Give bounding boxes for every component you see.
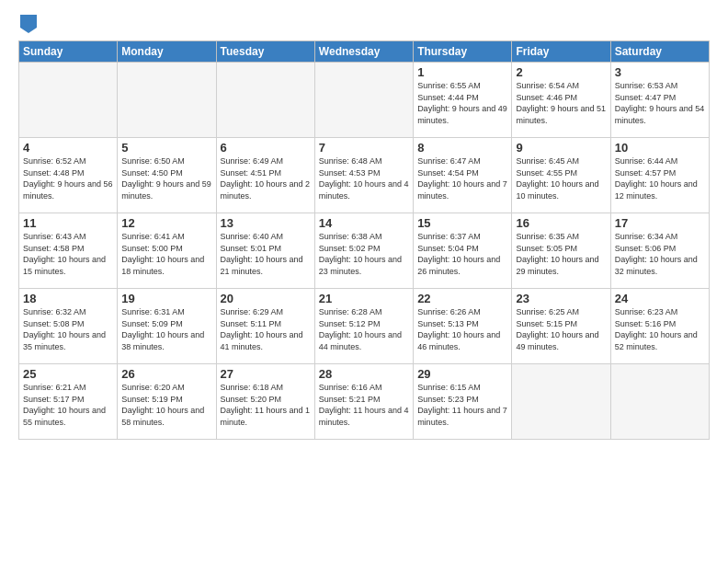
day-number: 23 bbox=[516, 292, 606, 305]
day-info: Sunrise: 6:35 AM Sunset: 5:05 PM Dayligh… bbox=[516, 231, 606, 277]
day-number: 13 bbox=[221, 216, 311, 230]
calendar: SundayMondayTuesdayWednesdayThursdayFrid… bbox=[18, 40, 710, 440]
day-number: 4 bbox=[23, 141, 113, 155]
calendar-cell: 15Sunrise: 6:37 AM Sunset: 5:04 PM Dayli… bbox=[414, 213, 512, 289]
calendar-cell: 17Sunrise: 6:34 AM Sunset: 5:06 PM Dayli… bbox=[610, 213, 709, 289]
calendar-cell bbox=[610, 364, 709, 440]
page: SundayMondayTuesdayWednesdayThursdayFrid… bbox=[0, 0, 728, 563]
calendar-cell: 26Sunrise: 6:20 AM Sunset: 5:19 PM Dayli… bbox=[118, 364, 216, 440]
day-info: Sunrise: 6:41 AM Sunset: 5:00 PM Dayligh… bbox=[121, 231, 211, 277]
calendar-week-row: 18Sunrise: 6:32 AM Sunset: 5:08 PM Dayli… bbox=[19, 289, 710, 364]
day-info: Sunrise: 6:47 AM Sunset: 4:54 PM Dayligh… bbox=[417, 155, 507, 201]
day-info: Sunrise: 6:37 AM Sunset: 5:04 PM Dayligh… bbox=[417, 231, 507, 277]
day-number: 27 bbox=[221, 367, 311, 381]
calendar-week-row: 11Sunrise: 6:43 AM Sunset: 4:58 PM Dayli… bbox=[19, 213, 710, 289]
calendar-cell: 18Sunrise: 6:32 AM Sunset: 5:08 PM Dayli… bbox=[19, 289, 118, 364]
day-info: Sunrise: 6:52 AM Sunset: 4:48 PM Dayligh… bbox=[23, 155, 113, 201]
day-info: Sunrise: 6:20 AM Sunset: 5:19 PM Dayligh… bbox=[121, 382, 211, 428]
day-number: 9 bbox=[516, 141, 606, 155]
day-number: 2 bbox=[516, 65, 606, 79]
day-number: 14 bbox=[319, 216, 409, 230]
calendar-cell: 24Sunrise: 6:23 AM Sunset: 5:16 PM Dayli… bbox=[610, 289, 709, 364]
calendar-week-row: 4Sunrise: 6:52 AM Sunset: 4:48 PM Daylig… bbox=[19, 138, 710, 213]
day-info: Sunrise: 6:26 AM Sunset: 5:13 PM Dayligh… bbox=[417, 306, 507, 352]
day-number: 3 bbox=[615, 65, 705, 79]
calendar-cell bbox=[118, 63, 216, 138]
day-number: 10 bbox=[615, 141, 705, 155]
day-number: 18 bbox=[23, 292, 113, 305]
header bbox=[18, 15, 710, 33]
calendar-cell: 23Sunrise: 6:25 AM Sunset: 5:15 PM Dayli… bbox=[512, 289, 610, 364]
calendar-cell: 4Sunrise: 6:52 AM Sunset: 4:48 PM Daylig… bbox=[19, 138, 118, 213]
weekday-header: Thursday bbox=[414, 41, 512, 63]
svg-marker-0 bbox=[20, 15, 37, 33]
calendar-cell: 12Sunrise: 6:41 AM Sunset: 5:00 PM Dayli… bbox=[118, 213, 216, 289]
day-info: Sunrise: 6:53 AM Sunset: 4:47 PM Dayligh… bbox=[615, 80, 705, 126]
calendar-cell bbox=[512, 364, 610, 440]
day-number: 28 bbox=[319, 367, 409, 381]
day-info: Sunrise: 6:25 AM Sunset: 5:15 PM Dayligh… bbox=[516, 306, 606, 352]
calendar-cell: 10Sunrise: 6:44 AM Sunset: 4:57 PM Dayli… bbox=[610, 138, 709, 213]
day-info: Sunrise: 6:50 AM Sunset: 4:50 PM Dayligh… bbox=[121, 155, 211, 201]
day-number: 20 bbox=[221, 292, 311, 305]
day-info: Sunrise: 6:38 AM Sunset: 5:02 PM Dayligh… bbox=[319, 231, 409, 277]
day-info: Sunrise: 6:43 AM Sunset: 4:58 PM Dayligh… bbox=[23, 231, 113, 277]
calendar-cell: 16Sunrise: 6:35 AM Sunset: 5:05 PM Dayli… bbox=[512, 213, 610, 289]
day-info: Sunrise: 6:49 AM Sunset: 4:51 PM Dayligh… bbox=[221, 155, 311, 201]
calendar-cell: 13Sunrise: 6:40 AM Sunset: 5:01 PM Dayli… bbox=[216, 213, 314, 289]
calendar-cell bbox=[216, 63, 314, 138]
day-number: 21 bbox=[319, 292, 409, 305]
calendar-cell bbox=[19, 63, 118, 138]
calendar-week-row: 1Sunrise: 6:55 AM Sunset: 4:44 PM Daylig… bbox=[19, 63, 710, 138]
logo bbox=[18, 15, 39, 33]
day-info: Sunrise: 6:54 AM Sunset: 4:46 PM Dayligh… bbox=[516, 80, 606, 126]
day-info: Sunrise: 6:16 AM Sunset: 5:21 PM Dayligh… bbox=[319, 382, 409, 428]
calendar-cell: 2Sunrise: 6:54 AM Sunset: 4:46 PM Daylig… bbox=[512, 63, 610, 138]
calendar-cell: 21Sunrise: 6:28 AM Sunset: 5:12 PM Dayli… bbox=[314, 289, 413, 364]
day-info: Sunrise: 6:45 AM Sunset: 4:55 PM Dayligh… bbox=[516, 155, 606, 201]
day-number: 15 bbox=[417, 216, 507, 230]
calendar-cell: 3Sunrise: 6:53 AM Sunset: 4:47 PM Daylig… bbox=[610, 63, 709, 138]
day-info: Sunrise: 6:31 AM Sunset: 5:09 PM Dayligh… bbox=[121, 306, 211, 352]
calendar-week-row: 25Sunrise: 6:21 AM Sunset: 5:17 PM Dayli… bbox=[19, 364, 710, 440]
calendar-cell: 9Sunrise: 6:45 AM Sunset: 4:55 PM Daylig… bbox=[512, 138, 610, 213]
calendar-cell: 28Sunrise: 6:16 AM Sunset: 5:21 PM Dayli… bbox=[314, 364, 413, 440]
weekday-header: Saturday bbox=[610, 41, 709, 63]
day-number: 25 bbox=[23, 367, 113, 381]
day-info: Sunrise: 6:40 AM Sunset: 5:01 PM Dayligh… bbox=[221, 231, 311, 277]
calendar-header-row: SundayMondayTuesdayWednesdayThursdayFrid… bbox=[19, 41, 710, 63]
day-number: 19 bbox=[121, 292, 211, 305]
day-number: 16 bbox=[516, 216, 606, 230]
day-info: Sunrise: 6:34 AM Sunset: 5:06 PM Dayligh… bbox=[615, 231, 705, 277]
calendar-cell: 5Sunrise: 6:50 AM Sunset: 4:50 PM Daylig… bbox=[118, 138, 216, 213]
calendar-cell: 11Sunrise: 6:43 AM Sunset: 4:58 PM Dayli… bbox=[19, 213, 118, 289]
calendar-cell: 1Sunrise: 6:55 AM Sunset: 4:44 PM Daylig… bbox=[414, 63, 512, 138]
day-number: 12 bbox=[121, 216, 211, 230]
day-number: 17 bbox=[615, 216, 705, 230]
day-number: 24 bbox=[615, 292, 705, 305]
day-number: 7 bbox=[319, 141, 409, 155]
day-number: 5 bbox=[121, 141, 211, 155]
day-info: Sunrise: 6:32 AM Sunset: 5:08 PM Dayligh… bbox=[23, 306, 113, 352]
day-info: Sunrise: 6:15 AM Sunset: 5:23 PM Dayligh… bbox=[417, 382, 507, 428]
calendar-cell: 7Sunrise: 6:48 AM Sunset: 4:53 PM Daylig… bbox=[314, 138, 413, 213]
day-info: Sunrise: 6:48 AM Sunset: 4:53 PM Dayligh… bbox=[319, 155, 409, 201]
day-number: 8 bbox=[417, 141, 507, 155]
calendar-cell bbox=[314, 63, 413, 138]
weekday-header: Monday bbox=[118, 41, 216, 63]
weekday-header: Sunday bbox=[19, 41, 118, 63]
calendar-cell: 8Sunrise: 6:47 AM Sunset: 4:54 PM Daylig… bbox=[414, 138, 512, 213]
day-number: 22 bbox=[417, 292, 507, 305]
calendar-cell: 19Sunrise: 6:31 AM Sunset: 5:09 PM Dayli… bbox=[118, 289, 216, 364]
day-number: 1 bbox=[417, 65, 507, 79]
day-number: 6 bbox=[221, 141, 311, 155]
weekday-header: Tuesday bbox=[216, 41, 314, 63]
day-info: Sunrise: 6:21 AM Sunset: 5:17 PM Dayligh… bbox=[23, 382, 113, 428]
weekday-header: Wednesday bbox=[314, 41, 413, 63]
calendar-cell: 27Sunrise: 6:18 AM Sunset: 5:20 PM Dayli… bbox=[216, 364, 314, 440]
weekday-header: Friday bbox=[512, 41, 610, 63]
logo-icon bbox=[20, 15, 37, 33]
day-info: Sunrise: 6:29 AM Sunset: 5:11 PM Dayligh… bbox=[221, 306, 311, 352]
calendar-cell: 6Sunrise: 6:49 AM Sunset: 4:51 PM Daylig… bbox=[216, 138, 314, 213]
calendar-cell: 25Sunrise: 6:21 AM Sunset: 5:17 PM Dayli… bbox=[19, 364, 118, 440]
